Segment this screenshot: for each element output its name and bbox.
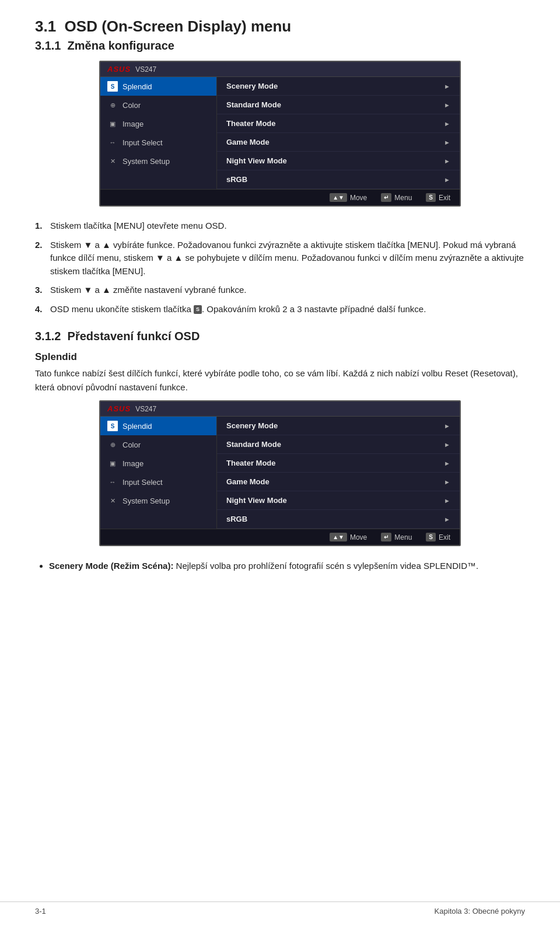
s-icon: S (194, 305, 202, 315)
osd-menu-image[interactable]: ▣ Image (100, 114, 216, 133)
osd-body-2: S Splendid ⊕ Color ▣ Image ↔ Input Selec… (100, 417, 460, 529)
exit-icon: S (426, 193, 436, 202)
osd-left-menu: S Splendid ⊕ Color ▣ Image ↔ Input Selec… (100, 77, 217, 189)
step-2: 2. Stiskem ▼ a ▲ vybíráte funkce. Požado… (35, 239, 525, 278)
section-3-1-2-title: 3.1.2 Představení funkcí OSD (35, 330, 525, 343)
input-select-label: Input Select (123, 138, 163, 147)
footer-exit: S Exit (426, 193, 450, 202)
menu-label-2: Menu (394, 533, 412, 541)
night-view-arrow-2: ► (444, 497, 450, 504)
splendid-intro: Tato funkce nabízí šest dílčích funkcí, … (35, 366, 525, 394)
input-select-icon: ↔ (107, 137, 118, 148)
osd-widget-2: ASUS VS247 S Splendid ⊕ Color ▣ Image ↔ (99, 400, 461, 546)
asus-logo: ASUS (107, 65, 131, 74)
osd-model-2: VS247 (135, 405, 156, 413)
osd-titlebar: ASUS VS247 (100, 62, 460, 77)
splendid-label-2: Splendid (123, 422, 152, 431)
splendid-icon: S (107, 81, 118, 92)
osd-footer-2: ▲▼ Move ↵ Menu S Exit (100, 529, 460, 545)
move-icon-2: ▲▼ (330, 533, 347, 541)
footer-move-2: ▲▼ Move (330, 533, 367, 541)
page-number: 3-1 (35, 907, 46, 915)
scenery-arrow: ► (444, 83, 450, 90)
input-select-icon-2: ↔ (107, 477, 118, 487)
osd-footer: ▲▼ Move ↵ Menu S Exit (100, 189, 460, 205)
color-icon: ⊕ (107, 100, 118, 110)
osd-theater-mode[interactable]: Theater Mode ► (217, 114, 460, 133)
steps-list: 1. Stiskem tlačítka [MENU] otevřete menu… (35, 219, 525, 316)
page-content: 3.1 OSD (On-Screen Display) menu 3.1.1 Z… (0, 0, 560, 611)
color-icon-2: ⊕ (107, 439, 118, 450)
image-icon: ▣ (107, 118, 118, 129)
game-arrow-2: ► (444, 478, 450, 485)
standard-arrow: ► (444, 102, 450, 109)
osd-menu-splendid-2[interactable]: S Splendid (100, 417, 216, 435)
osd-night-view-mode-2[interactable]: Night View Mode ► (217, 491, 460, 510)
osd-menu-color-2[interactable]: ⊕ Color (100, 435, 216, 454)
srgb-arrow-2: ► (444, 516, 450, 523)
osd-standard-mode-2[interactable]: Standard Mode ► (217, 435, 460, 454)
osd-model: VS247 (135, 65, 156, 74)
chapter-label: Kapitola 3: Obecné pokyny (435, 907, 525, 915)
osd-menu-system-setup-2[interactable]: ✕ System Setup (100, 491, 216, 510)
menu-icon-2: ↵ (381, 533, 391, 541)
osd-game-mode-2[interactable]: Game Mode ► (217, 473, 460, 491)
sub-title: 3.1.1 Změna konfigurace (35, 39, 525, 53)
theater-arrow-2: ► (444, 460, 450, 467)
footer-menu-2: ↵ Menu (381, 533, 412, 541)
footer-move: ▲▼ Move (330, 193, 367, 202)
main-title: 3.1 OSD (On-Screen Display) menu (35, 18, 525, 36)
osd-srgb-2[interactable]: sRGB ► (217, 510, 460, 529)
osd-scenery-mode[interactable]: Scenery Mode ► (217, 77, 460, 96)
osd-menu-color[interactable]: ⊕ Color (100, 96, 216, 114)
input-select-label-2: Input Select (123, 478, 163, 487)
game-arrow: ► (444, 139, 450, 146)
osd-menu-system-setup[interactable]: ✕ System Setup (100, 152, 216, 170)
system-setup-label-2: System Setup (123, 497, 170, 505)
osd-scenery-mode-2[interactable]: Scenery Mode ► (217, 417, 460, 435)
osd-standard-mode[interactable]: Standard Mode ► (217, 96, 460, 114)
srgb-arrow: ► (444, 176, 450, 183)
osd-srgb[interactable]: sRGB ► (217, 170, 460, 189)
move-label-2: Move (350, 533, 367, 541)
standard-arrow-2: ► (444, 441, 450, 448)
footer-exit-2: S Exit (426, 533, 450, 541)
move-label: Move (350, 194, 367, 202)
bullet-list: Scenery Mode (Režim Scéna): Nejlepší vol… (49, 559, 525, 573)
osd-night-view-mode[interactable]: Night View Mode ► (217, 152, 460, 170)
osd-menu-splendid[interactable]: S Splendid (100, 77, 216, 96)
osd-widget-1: ASUS VS247 S Splendid ⊕ Color ▣ Image ↔ (99, 61, 461, 207)
image-icon-2: ▣ (107, 458, 118, 469)
theater-arrow: ► (444, 120, 450, 127)
exit-icon-2: S (426, 533, 436, 541)
osd-game-mode[interactable]: Game Mode ► (217, 133, 460, 152)
osd-menu-input-select-2[interactable]: ↔ Input Select (100, 473, 216, 491)
step-3: 3. Stiskem ▼ a ▲ změňte nastavení vybran… (35, 284, 525, 297)
asus-logo-2: ASUS (107, 404, 131, 413)
exit-label-2: Exit (439, 533, 450, 541)
night-view-arrow: ► (444, 158, 450, 165)
osd-menu-image-2[interactable]: ▣ Image (100, 454, 216, 473)
exit-label: Exit (439, 194, 450, 202)
splendid-icon-2: S (107, 421, 118, 431)
osd-body: S Splendid ⊕ Color ▣ Image ↔ Input Selec… (100, 77, 460, 189)
osd-right-menu: Scenery Mode ► Standard Mode ► Theater M… (217, 77, 460, 189)
osd-theater-mode-2[interactable]: Theater Mode ► (217, 454, 460, 473)
system-setup-icon: ✕ (107, 156, 118, 166)
step-1: 1. Stiskem tlačítka [MENU] otevřete menu… (35, 219, 525, 233)
osd-menu-input-select[interactable]: ↔ Input Select (100, 133, 216, 152)
step-4: 4. OSD menu ukončíte stiskem tlačítka S.… (35, 303, 525, 316)
move-icon: ▲▼ (330, 193, 347, 202)
footer-menu: ↵ Menu (381, 193, 412, 202)
color-label: Color (123, 101, 141, 110)
splendid-label: Splendid (123, 82, 152, 91)
menu-label: Menu (394, 194, 412, 202)
scenery-arrow-2: ► (444, 422, 450, 429)
osd-titlebar-2: ASUS VS247 (100, 401, 460, 417)
page-footer: 3-1 Kapitola 3: Obecné pokyny (0, 901, 560, 915)
osd-right-menu-2: Scenery Mode ► Standard Mode ► Theater M… (217, 417, 460, 529)
menu-icon: ↵ (381, 193, 391, 202)
bullet-scenery-mode: Scenery Mode (Režim Scéna): Nejlepší vol… (49, 559, 525, 573)
osd-left-menu-2: S Splendid ⊕ Color ▣ Image ↔ Input Selec… (100, 417, 217, 529)
image-label: Image (123, 120, 144, 128)
